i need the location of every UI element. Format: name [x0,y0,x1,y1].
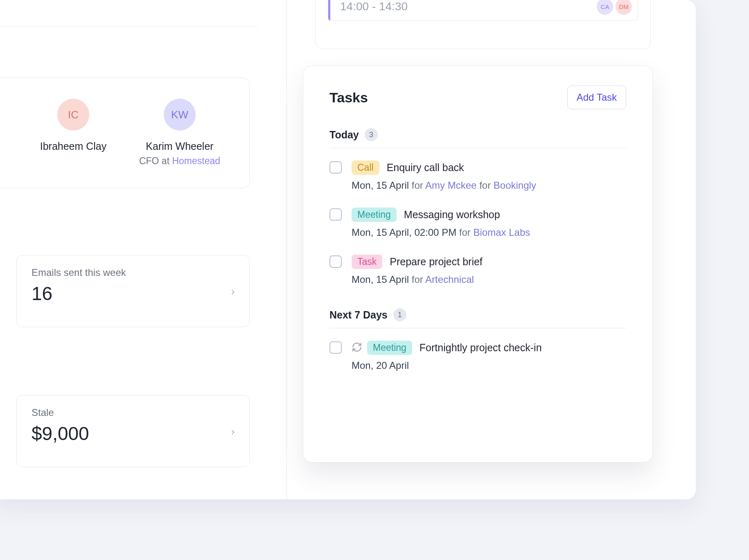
task-title[interactable]: Prepare project brief [390,256,483,268]
divider [287,0,287,499]
contact-card[interactable]: IC Ibraheem Clay [20,78,126,188]
org-link[interactable]: Biomax Labs [473,227,530,238]
stat-value: $9,000 [32,422,235,445]
org-link[interactable]: Bookingly [494,180,536,191]
task-checkbox[interactable] [329,208,342,221]
avatar: CA [597,0,613,15]
task-meta: Mon, 15 April for Artechnical [352,274,626,285]
task-row: Call Enquiry call back Mon, 15 April for… [329,160,626,191]
add-task-button[interactable]: Add Task [567,86,626,109]
section-label: Today [329,129,359,141]
contact-card[interactable]: KW Karim Wheeler CFO at Homestead [126,78,233,188]
event-time: 14:00 - 14:30 [340,0,597,13]
avatar: KW [164,99,196,131]
tasks-section-next7: Next 7 Days 1 [329,308,626,328]
stat-card-emails[interactable]: Emails sent this week 16 [16,255,250,327]
tasks-card: Tasks Add Task Today 3 Call Enquiry call… [303,65,653,463]
stat-label: Emails sent this week [32,267,235,278]
task-tag: Call [352,160,379,175]
task-checkbox[interactable] [329,255,342,268]
task-meta: Mon, 15 April, 02:00 PM for Biomax Labs [352,227,626,238]
divider [0,26,258,27]
task-checkbox[interactable] [329,161,342,174]
task-tag: Meeting [352,208,397,222]
task-title[interactable]: Messaging workshop [404,209,500,221]
org-link[interactable]: Artechnical [425,274,474,285]
chevron-right-icon [229,428,237,436]
section-label: Next 7 Days [329,309,388,321]
task-checkbox[interactable] [329,341,342,354]
contact-role: CFO at Homestead [126,156,233,167]
contacts-card: IC Ibraheem Clay KW Karim Wheeler CFO at… [0,78,250,188]
task-meta: Mon, 20 April [352,360,626,371]
stat-card-stale[interactable]: Stale $9,000 [16,395,250,467]
calendar-card: 14:00 - 14:30 CA DM [315,0,651,49]
contact-name: Karim Wheeler [126,140,233,152]
task-row: Meeting Fortnightly project check-in Mon… [329,341,626,371]
stat-label: Stale [32,407,235,418]
avatar: DM [616,0,632,15]
task-meta: Mon, 15 April for Amy Mckee for Bookingl… [352,180,626,191]
tasks-section-today: Today 3 [329,128,626,148]
stat-value: 16 [32,282,235,305]
dashboard-panel: IC Ibraheem Clay KW Karim Wheeler CFO at… [0,0,696,499]
count-badge: 1 [393,308,406,321]
contact-name: Ibraheem Clay [20,140,126,152]
task-tag: Meeting [367,341,412,355]
avatar: IC [57,99,89,131]
task-title[interactable]: Fortnightly project check-in [420,342,542,354]
count-badge: 3 [365,128,378,141]
event-color-bar [328,0,330,20]
chevron-right-icon [229,288,237,296]
task-row: Meeting Messaging workshop Mon, 15 April… [329,208,626,238]
task-title[interactable]: Enquiry call back [387,162,464,174]
task-row: Task Prepare project brief Mon, 15 April… [329,255,626,285]
person-link[interactable]: Amy Mckee [425,180,476,191]
recurring-icon [352,342,362,354]
task-tag: Task [352,255,382,269]
attendee-list: CA DM [597,0,632,15]
calendar-event[interactable]: 14:00 - 14:30 CA DM [328,0,638,21]
tasks-title: Tasks [329,90,368,106]
company-link[interactable]: Homestead [172,156,220,166]
